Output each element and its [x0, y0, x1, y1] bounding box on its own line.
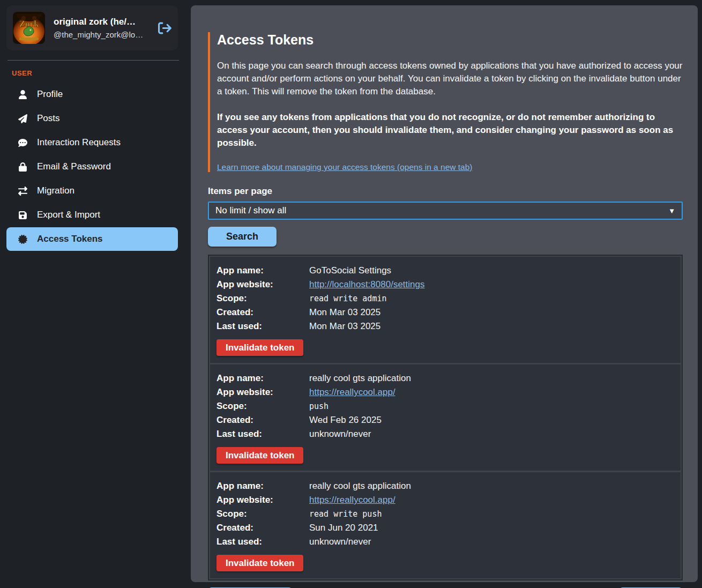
token-entry: App name:really cool gts application App…	[210, 472, 681, 578]
sidebar-item-label: Access Tokens	[37, 234, 103, 244]
token-list: App name:GoToSocial Settings App website…	[208, 255, 683, 580]
transfer-arrows-icon	[18, 186, 27, 196]
last-used-label: Last used:	[216, 319, 309, 333]
app-name-value: really cool gts application	[309, 371, 674, 385]
last-used-value: unknown/never	[309, 427, 674, 441]
certificate-icon	[18, 234, 27, 244]
app-website-link[interactable]: http://localhost:8080/settings	[309, 279, 424, 289]
created-label: Created:	[216, 306, 309, 319]
sidebar-divider	[8, 60, 179, 61]
profile-card[interactable]: Zork original zork (he/… @the_mighty_zor…	[6, 5, 178, 50]
created-label: Created:	[216, 521, 309, 535]
sidebar-item-label: Profile	[37, 89, 63, 100]
last-used-label: Last used:	[216, 535, 309, 549]
lock-icon	[18, 162, 27, 172]
created-value: Sun Jun 20 2021	[309, 521, 674, 535]
last-used-value: unknown/never	[309, 535, 674, 549]
app-name-label: App name:	[216, 371, 309, 385]
created-label: Created:	[216, 413, 309, 427]
avatar: Zork	[13, 12, 45, 44]
user-icon	[18, 90, 27, 99]
app-name-value: GoToSocial Settings	[309, 264, 674, 278]
app-website-label: App website:	[216, 493, 309, 507]
scope-label: Scope:	[216, 507, 309, 521]
app-website-link[interactable]: https://reallycool.app/	[309, 387, 395, 397]
page-description: On this page you can search through acce…	[217, 59, 683, 98]
items-per-page-value: No limit / show all	[215, 205, 286, 216]
sidebar-item-label: Interaction Requests	[37, 137, 121, 148]
comment-dots-icon	[18, 138, 27, 147]
nav-category-user: USER	[6, 66, 181, 83]
profile-text: original zork (he/… @the_mighty_zork@lo…	[54, 17, 150, 39]
created-value: Wed Feb 26 2025	[309, 413, 674, 427]
scope-label: Scope:	[216, 399, 309, 413]
created-value: Mon Mar 03 2025	[309, 306, 674, 319]
display-name: original zork (he/…	[54, 17, 150, 27]
last-used-value: Mon Mar 03 2025	[309, 319, 674, 333]
scope-value: push	[309, 399, 674, 413]
sidebar-item-label: Posts	[37, 113, 60, 124]
account-handle: @the_mighty_zork@lo…	[54, 30, 150, 39]
app-website-link[interactable]: https://reallycool.app/	[309, 495, 395, 505]
page-title: Access Tokens	[217, 32, 683, 48]
last-used-label: Last used:	[216, 427, 309, 441]
invalidate-token-button[interactable]: Invalidate token	[216, 447, 303, 464]
sidebar-item-access-tokens[interactable]: Access Tokens	[6, 227, 178, 251]
floppy-disk-icon	[18, 210, 27, 220]
items-per-page-select[interactable]: No limit / show all ▼	[208, 202, 683, 220]
logout-button[interactable]	[158, 21, 171, 35]
paper-plane-icon	[18, 114, 27, 123]
scope-value: read write push	[309, 507, 674, 521]
scope-value: read write admin	[309, 292, 674, 306]
sidebar-item-profile[interactable]: Profile	[6, 83, 178, 106]
dropdown-arrow-icon: ▼	[668, 207, 675, 215]
token-entry: App name:really cool gts application App…	[210, 364, 681, 471]
sidebar-item-migration[interactable]: Migration	[6, 179, 178, 203]
sidebar-item-export-import[interactable]: Export & Import	[6, 203, 178, 227]
sidebar-item-label: Export & Import	[37, 210, 100, 220]
page-warning: If you see any tokens from applications …	[217, 111, 683, 150]
search-button[interactable]: Search	[208, 227, 277, 247]
app-website-label: App website:	[216, 278, 309, 292]
sign-out-icon	[158, 21, 171, 35]
items-per-page-label: Items per page	[208, 186, 683, 197]
app-name-label: App name:	[216, 479, 309, 493]
token-entry: App name:GoToSocial Settings App website…	[210, 257, 681, 363]
sidebar-item-posts[interactable]: Posts	[6, 107, 178, 130]
sidebar-item-label: Migration	[37, 185, 74, 196]
sidebar-nav: USER Profile Posts Interaction Requests	[6, 66, 181, 251]
main-panel: Access Tokens On this page you can searc…	[191, 5, 698, 582]
app-name-value: really cool gts application	[309, 479, 674, 493]
invalidate-token-button[interactable]: Invalidate token	[216, 339, 303, 356]
scope-label: Scope:	[216, 292, 309, 306]
sidebar-item-email-password[interactable]: Email & Password	[6, 155, 178, 178]
sidebar-item-interaction-requests[interactable]: Interaction Requests	[6, 131, 178, 154]
sidebar: Zork original zork (he/… @the_mighty_zor…	[0, 0, 181, 588]
app-name-label: App name:	[216, 264, 309, 278]
page-intro: Access Tokens On this page you can searc…	[208, 32, 683, 172]
learn-more-link[interactable]: Learn more about managing your access to…	[217, 162, 472, 172]
sidebar-item-label: Email & Password	[37, 161, 111, 172]
app-root: Zork original zork (he/… @the_mighty_zor…	[0, 0, 702, 588]
app-website-label: App website:	[216, 385, 309, 399]
invalidate-token-button[interactable]: Invalidate token	[216, 555, 303, 571]
